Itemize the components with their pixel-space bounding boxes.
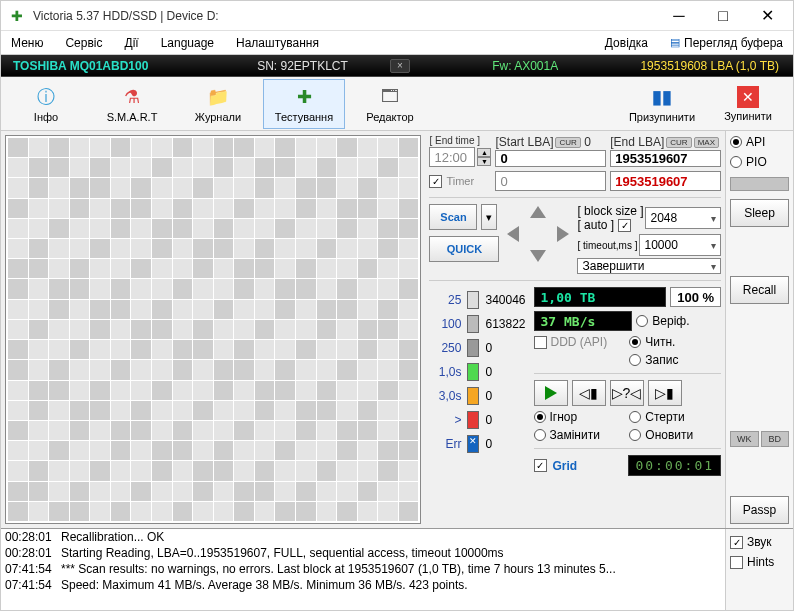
endlba-field[interactable]: 1953519607 bbox=[610, 150, 721, 167]
menu-service[interactable]: Сервіс bbox=[65, 36, 102, 50]
surface-cell bbox=[131, 300, 151, 319]
surface-cell bbox=[214, 199, 234, 218]
surface-cell bbox=[8, 482, 28, 501]
minimize-button[interactable]: ─ bbox=[657, 2, 701, 30]
surface-cell bbox=[111, 279, 131, 298]
random-button[interactable]: ▷?◁ bbox=[610, 380, 644, 406]
surface-cell bbox=[8, 461, 28, 480]
wk-button[interactable]: WK bbox=[730, 431, 758, 447]
endlba-max-button[interactable]: MAX bbox=[694, 137, 719, 148]
action-select[interactable]: Завершити bbox=[577, 258, 721, 274]
surface-cell bbox=[234, 441, 254, 460]
bd-button[interactable]: BD bbox=[761, 431, 789, 447]
auto-checkbox[interactable]: ✓ bbox=[618, 219, 631, 232]
surface-cell bbox=[378, 320, 398, 339]
surface-cell bbox=[193, 381, 213, 400]
endtime-field[interactable]: 12:00 bbox=[429, 147, 475, 167]
remap-radio[interactable] bbox=[534, 429, 546, 441]
surface-cell bbox=[111, 360, 131, 379]
tab-test[interactable]: ✚Тестування bbox=[263, 79, 345, 129]
surface-cell bbox=[358, 401, 378, 420]
hints-checkbox[interactable] bbox=[730, 556, 743, 569]
surface-cell bbox=[337, 279, 357, 298]
surface-cell bbox=[214, 219, 234, 238]
tab-journals[interactable]: 📁Журнали bbox=[177, 79, 259, 129]
verify-radio[interactable] bbox=[636, 315, 648, 327]
surface-cell bbox=[317, 461, 337, 480]
write-radio[interactable] bbox=[629, 354, 641, 366]
api-radio[interactable] bbox=[730, 136, 742, 148]
timer-checkbox[interactable]: ✓ bbox=[429, 175, 442, 188]
menu-main[interactable]: Меню bbox=[11, 36, 43, 50]
nav-down[interactable] bbox=[530, 250, 546, 262]
erase-radio[interactable] bbox=[629, 411, 641, 423]
endtime-down[interactable]: ▼ bbox=[477, 157, 491, 166]
refresh-radio[interactable] bbox=[629, 429, 641, 441]
nav-up[interactable] bbox=[530, 206, 546, 218]
back-button[interactable]: ◁▮ bbox=[572, 380, 606, 406]
surface-cell bbox=[193, 421, 213, 440]
endtime-up[interactable]: ▲ bbox=[477, 148, 491, 157]
surface-cell bbox=[90, 138, 110, 157]
surface-cell bbox=[49, 239, 69, 258]
surface-cell bbox=[214, 178, 234, 197]
surface-cell bbox=[275, 360, 295, 379]
surface-cell bbox=[275, 421, 295, 440]
serial-clear-button[interactable]: × bbox=[390, 59, 410, 73]
surface-cell bbox=[317, 421, 337, 440]
menu-actions[interactable]: Дії bbox=[125, 36, 139, 50]
endlba-cur-button[interactable]: CUR bbox=[666, 137, 691, 148]
passp-button[interactable]: Passp bbox=[730, 496, 789, 524]
surface-cell bbox=[255, 360, 275, 379]
surface-cell bbox=[70, 158, 90, 177]
menu-language[interactable]: Language bbox=[161, 36, 214, 50]
menu-settings[interactable]: Налаштування bbox=[236, 36, 319, 50]
stop-button[interactable]: ✕Зупинити bbox=[707, 79, 789, 129]
surface-cell bbox=[173, 259, 193, 278]
surface-cell bbox=[90, 259, 110, 278]
surface-cell bbox=[8, 219, 28, 238]
read-radio[interactable] bbox=[629, 336, 641, 348]
surface-cell bbox=[152, 199, 172, 218]
maximize-button[interactable]: □ bbox=[701, 2, 745, 30]
blocksize-select[interactable]: 2048 bbox=[645, 207, 721, 229]
tab-smart[interactable]: ⚗S.M.A.R.T bbox=[91, 79, 173, 129]
ddd-checkbox[interactable] bbox=[534, 336, 547, 349]
tab-info[interactable]: ⓘІнфо bbox=[5, 79, 87, 129]
end2-field[interactable]: 1953519607 bbox=[610, 171, 721, 191]
grid-checkbox[interactable]: ✓ bbox=[534, 459, 547, 472]
scan-dropdown[interactable]: ▾ bbox=[481, 204, 497, 230]
surface-cell bbox=[296, 401, 316, 420]
nav-left[interactable] bbox=[507, 226, 519, 242]
close-button[interactable]: ✕ bbox=[745, 2, 789, 30]
sound-checkbox[interactable]: ✓ bbox=[730, 536, 743, 549]
fwd-button[interactable]: ▷▮ bbox=[648, 380, 682, 406]
nav-right[interactable] bbox=[557, 226, 569, 242]
surface-cell bbox=[296, 178, 316, 197]
surface-cell bbox=[337, 138, 357, 157]
surface-cell bbox=[214, 239, 234, 258]
surface-cell bbox=[317, 239, 337, 258]
pio-radio[interactable] bbox=[730, 156, 742, 168]
buffer-view-link[interactable]: ▤ Перегляд буфера bbox=[670, 36, 783, 50]
surface-cell bbox=[29, 178, 49, 197]
start2-field[interactable]: 0 bbox=[495, 171, 606, 191]
timeout-select[interactable]: 10000 bbox=[639, 234, 721, 256]
surface-cell bbox=[90, 360, 110, 379]
surface-cell bbox=[275, 199, 295, 218]
sleep-button[interactable]: Sleep bbox=[730, 199, 789, 227]
surface-cell bbox=[234, 279, 254, 298]
surface-cell bbox=[296, 461, 316, 480]
recall-button[interactable]: Recall bbox=[730, 276, 789, 304]
surface-cell bbox=[193, 279, 213, 298]
startlba-field[interactable]: 0 bbox=[495, 150, 606, 167]
menu-help[interactable]: Довідка bbox=[605, 36, 648, 50]
play-button[interactable] bbox=[534, 380, 568, 406]
surface-cell bbox=[296, 219, 316, 238]
tab-editor[interactable]: 🗔Редактор bbox=[349, 79, 431, 129]
pause-button[interactable]: ▮▮Призупинити bbox=[621, 79, 703, 129]
scan-button[interactable]: Scan bbox=[429, 204, 477, 230]
quick-button[interactable]: QUICK bbox=[429, 236, 499, 262]
ignore-radio[interactable] bbox=[534, 411, 546, 423]
startlba-cur-button[interactable]: CUR bbox=[555, 137, 580, 148]
